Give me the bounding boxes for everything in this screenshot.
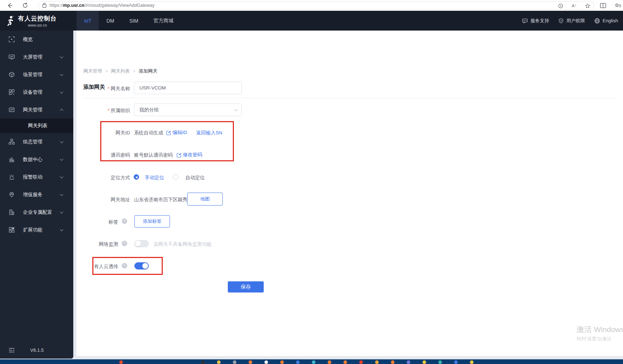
taskbar-app-icon[interactable]	[296, 360, 300, 364]
save-button[interactable]: 保存	[228, 281, 264, 292]
breadcrumb: 网关管理 > 网关列表 > 添加网关	[83, 68, 157, 74]
collapse-sidebar-icon[interactable]	[9, 347, 15, 353]
value-service-icon	[9, 192, 15, 198]
gateway-address-label: 网关地址	[76, 197, 130, 203]
app-title: 有人云控制台	[18, 14, 57, 23]
taskbar-app-icon[interactable]	[438, 360, 442, 364]
favorite-star-icon[interactable]	[585, 3, 590, 9]
sidebar-item-data-center[interactable]: 数据中心	[0, 151, 73, 168]
chevron-down-icon	[60, 210, 64, 213]
address-bar[interactable]: https://mp.usr.cn/#/cloud/gateway/ViewAd…	[38, 1, 594, 10]
tab-sim[interactable]: SIM	[122, 11, 146, 31]
taskbar-app-icon[interactable]	[391, 360, 394, 364]
favorites-bar-icon[interactable]	[614, 1, 622, 10]
globe-icon	[594, 18, 600, 24]
tags-help-icon[interactable]: ?	[122, 218, 127, 224]
tab-dm[interactable]: DM	[99, 11, 122, 31]
taskbar-app-icon[interactable]	[249, 360, 252, 364]
chevron-down-icon	[60, 72, 64, 76]
manual-location-label[interactable]: 手动定位	[145, 175, 164, 181]
organization-select[interactable]: 我的分组	[134, 103, 242, 116]
browser-back-button[interactable]	[5, 1, 14, 10]
gateway-icon	[9, 107, 15, 113]
map-button[interactable]: 地图	[187, 193, 223, 206]
taskbar-app-icon[interactable]	[359, 360, 363, 364]
sidebar-item-gateway-management[interactable]: 网关管理	[0, 101, 73, 119]
chevron-down-icon	[60, 90, 64, 93]
split-screen-icon[interactable]	[599, 1, 607, 10]
chevron-up-icon	[60, 109, 64, 112]
network-monitor-label: 网络监测	[76, 241, 118, 248]
taskbar-app-icon[interactable]	[264, 360, 268, 364]
manual-location-radio[interactable]	[134, 174, 139, 180]
edit-id-link[interactable]: 编辑ID	[166, 129, 187, 136]
sidebar-item-screen-management[interactable]: 大屏管理	[0, 48, 73, 66]
sidebar-item-overview[interactable]: 概览	[0, 31, 73, 48]
user-permissions-button[interactable]: 用户权限	[558, 18, 585, 24]
taskbar-app-icon[interactable]	[454, 360, 458, 364]
return-input-sn-link[interactable]: 返回输入SN	[196, 130, 222, 136]
add-tag-button[interactable]: 添加标签	[134, 215, 170, 227]
taskbar-app-icon[interactable]	[280, 360, 284, 364]
gateway-name-input[interactable]	[134, 82, 242, 94]
breadcrumb-separator: >	[105, 69, 108, 74]
url-text: https://mp.usr.cn/#/cloud/gateway/ViewAd…	[50, 3, 154, 8]
network-monitor-help-icon[interactable]: ?	[122, 241, 127, 246]
extension-icon	[9, 227, 15, 233]
sidebar-item-gateway-list[interactable]: 网关列表	[0, 119, 73, 133]
sidebar-item-alarm-linkage[interactable]: 报警联动	[0, 168, 73, 186]
read-aloud-icon[interactable]: A	[571, 3, 577, 9]
top-nav: IoT DM SIM 官方商城	[77, 11, 181, 31]
gateway-address-value: 山东省济南市历下区颖秀路	[134, 197, 192, 203]
chevron-down-icon	[60, 227, 64, 231]
sidebar-item-value-added-services[interactable]: 增值服务	[0, 186, 73, 203]
organization-label: *所属组织	[76, 107, 130, 114]
tab-official-store[interactable]: 官方商城	[146, 11, 181, 31]
cloud-passthrough-toggle[interactable]	[134, 262, 149, 269]
network-monitor-toggle[interactable]	[134, 240, 149, 247]
device-icon	[9, 89, 15, 96]
taskbar-app-icon[interactable]	[423, 360, 426, 364]
cloud-passthrough-help-icon[interactable]: ?	[122, 263, 127, 268]
gateway-name-label: *网关名称	[76, 86, 130, 92]
browser-refresh-button[interactable]	[21, 1, 29, 10]
browser-toolbar: https://mp.usr.cn/#/cloud/gateway/ViewAd…	[0, 0, 623, 11]
site-security-icon[interactable]	[42, 3, 47, 8]
sidebar: 概览 大屏管理 场景管理 设备管理 网关管理 网关列表 组态管理 数据中心 报警…	[0, 31, 73, 359]
sidebar-item-enterprise-config[interactable]: 企业专属配置	[0, 203, 73, 221]
taskbar-app-icon[interactable]	[217, 360, 221, 364]
auto-location-label[interactable]: 自动定位	[185, 175, 205, 181]
taskbar-app-icon[interactable]	[328, 360, 331, 364]
window-bottom-edge	[0, 356, 623, 359]
sidebar-item-device-management[interactable]: 设备管理	[0, 83, 73, 101]
taskbar-app-icon[interactable]	[312, 360, 315, 364]
edit-icon	[177, 153, 181, 157]
breadcrumb-current: 添加网关	[139, 68, 157, 74]
location-permission-icon[interactable]	[558, 3, 563, 9]
sidebar-item-configuration-management[interactable]: 组态管理	[0, 133, 73, 151]
taskbar-app-icon[interactable]	[343, 360, 347, 364]
taskbar-app-icon[interactable]	[119, 360, 123, 364]
usr-logo[interactable]: 有人云控制台 www.usr.cn	[0, 11, 73, 31]
windows-taskbar	[0, 359, 623, 364]
tab-iot[interactable]: IoT	[77, 11, 99, 31]
taskbar-app-icon[interactable]	[375, 360, 379, 364]
content-gap	[73, 31, 77, 359]
taskbar-app-icon[interactable]	[201, 360, 205, 364]
data-center-icon	[9, 156, 15, 163]
version-label: V6.1.5	[30, 347, 44, 353]
breadcrumb-gateway-list[interactable]: 网关列表	[111, 68, 130, 74]
sidebar-item-extensions[interactable]: 扩展功能	[0, 221, 73, 239]
cloud-passthrough-label: 有人云透传	[76, 263, 118, 270]
service-support-button[interactable]: 服务支持	[522, 18, 549, 24]
change-password-link[interactable]: 修改密码	[177, 152, 202, 158]
alarm-icon	[9, 174, 15, 180]
comm-password-label: 通讯密码	[76, 152, 130, 158]
taskbar-app-icon[interactable]	[233, 360, 236, 364]
language-switch-button[interactable]: English	[594, 18, 618, 24]
sidebar-item-scene-management[interactable]: 场景管理	[0, 66, 73, 83]
taskbar-app-icon[interactable]	[407, 360, 410, 364]
auto-location-radio[interactable]	[173, 174, 178, 180]
taskbar-app-icon[interactable]	[470, 360, 474, 364]
breadcrumb-gateway-management[interactable]: 网关管理	[83, 68, 102, 74]
